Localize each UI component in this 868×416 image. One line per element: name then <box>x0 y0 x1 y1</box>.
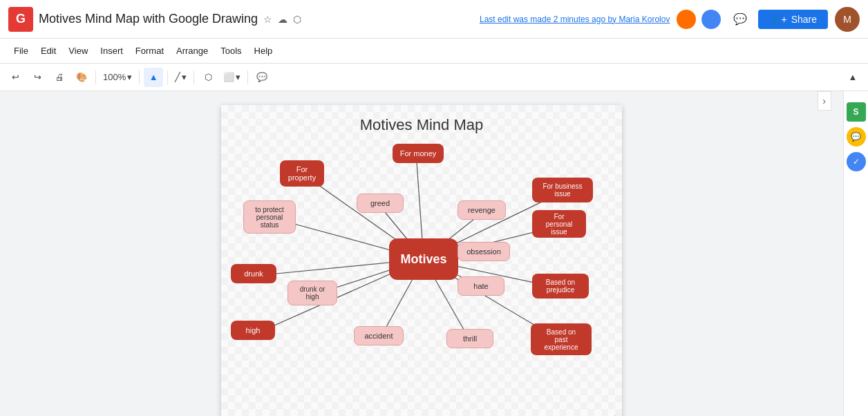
collab-avatar-2[interactable] <box>700 8 722 30</box>
node-for-money[interactable]: For money <box>393 144 444 163</box>
sheets-icon-btn[interactable]: S <box>847 102 866 122</box>
shape-tool-dropdown[interactable]: ⬜ ▾ <box>220 70 243 84</box>
line-arrow-icon: ▾ <box>182 72 187 82</box>
resize-handle[interactable]: ⌟ <box>612 409 616 416</box>
node-hate[interactable]: hate <box>457 276 504 296</box>
paint-format-button[interactable]: 🎨 <box>72 68 91 87</box>
right-sidebar: › S 💬 ✓ <box>843 91 868 416</box>
menu-insert[interactable]: Insert <box>95 43 129 59</box>
menu-help[interactable]: Help <box>249 43 279 59</box>
zoom-level: 100% <box>103 72 126 82</box>
toolbar-separator-4 <box>194 70 194 84</box>
node-for-property[interactable]: Forproperty <box>280 160 324 187</box>
star-icon[interactable]: ☆ <box>263 14 272 25</box>
text-tool-button[interactable]: 💬 <box>252 68 272 87</box>
node-for-business-issue[interactable]: For businessissue <box>532 178 593 202</box>
share-button[interactable]: 👤+ Share <box>758 10 828 29</box>
undo-button[interactable]: ↩ <box>6 68 25 87</box>
redo-button[interactable]: ↪ <box>28 68 47 87</box>
doc-title-area: Motives Mind Map with Google Drawing ☆ ☁… <box>39 12 474 26</box>
right-area: 💬 👤+ Share M <box>675 7 860 32</box>
collapse-panel-button[interactable]: ▲ <box>843 68 862 87</box>
cloud-icon[interactable]: ☁ <box>278 14 287 25</box>
menu-arrange[interactable]: Arrange <box>171 43 214 59</box>
map-title: Motives Mind Map <box>221 116 622 134</box>
node-based-on-prejudice[interactable]: Based onprejudice <box>532 274 589 299</box>
node-high[interactable]: high <box>231 321 275 340</box>
line-tool-dropdown[interactable]: ╱ ▾ <box>172 70 189 84</box>
zoom-dropdown[interactable]: 100% ▾ <box>100 70 135 84</box>
node-revenge[interactable]: revenge <box>457 200 506 220</box>
menu-view[interactable]: View <box>63 43 93 59</box>
toolbar-separator-3 <box>167 70 168 84</box>
select-tool-button[interactable]: ▲ <box>144 68 163 87</box>
app-icon: G <box>8 7 33 32</box>
chat-icon-btn[interactable]: 💬 <box>847 127 866 146</box>
toolbar: ↩ ↪ 🖨 🎨 100% ▾ ▲ ╱ ▾ ⬡ ⬜ ▾ 💬 ▲ <box>0 64 868 91</box>
node-drunk[interactable]: drunk <box>231 264 276 283</box>
main-area: Motives Mind Map <box>0 91 868 416</box>
line-icon: ╱ <box>175 72 180 82</box>
user-avatar[interactable]: M <box>835 7 860 32</box>
rect-arrow-icon: ▾ <box>236 72 240 82</box>
shape-tool-button[interactable]: ⬡ <box>198 68 218 87</box>
menubar: File Edit View Insert Format Arrange Too… <box>0 39 868 64</box>
toolbar-separator-5 <box>247 70 248 84</box>
center-node[interactable]: Motives <box>389 238 458 280</box>
node-accident[interactable]: accident <box>354 326 404 346</box>
toolbar-separator-2 <box>139 70 140 84</box>
canvas-container[interactable]: Motives Mind Map <box>0 91 843 416</box>
print-button[interactable]: 🖨 <box>50 68 69 87</box>
node-greed[interactable]: greed <box>357 193 404 213</box>
menu-format[interactable]: Format <box>130 43 169 59</box>
node-for-personal-issue[interactable]: Forpersonalissue <box>532 210 586 238</box>
menu-file[interactable]: File <box>8 43 34 59</box>
menu-tools[interactable]: Tools <box>215 43 247 59</box>
node-drunk-or-high[interactable]: drunk orhigh <box>287 281 337 305</box>
zoom-arrow-icon: ▾ <box>127 72 132 82</box>
tasks-icon-btn[interactable]: ✓ <box>847 152 866 171</box>
collab-avatar-1[interactable] <box>675 8 697 30</box>
comment-icon-btn[interactable]: 💬 <box>729 8 751 30</box>
node-obsession[interactable]: obsession <box>457 242 510 261</box>
doc-title: Motives Mind Map with Google Drawing <box>39 12 258 26</box>
node-protect-personal-status[interactable]: to protectpersonalstatus <box>243 200 296 234</box>
last-edit-text[interactable]: Last edit was made 2 minutes ago by Mari… <box>480 15 670 24</box>
node-based-on-past-experience[interactable]: Based onpastexperience <box>531 323 592 355</box>
drive-icon[interactable]: ⬡ <box>293 14 301 25</box>
node-thrill[interactable]: thrill <box>446 329 493 348</box>
drawing-canvas[interactable]: Motives Mind Map <box>221 105 622 416</box>
menu-edit[interactable]: Edit <box>35 43 62 59</box>
toolbar-separator-1 <box>95 70 96 84</box>
collapse-sidebar-button[interactable]: › <box>818 91 831 111</box>
rect-icon: ⬜ <box>223 72 234 82</box>
